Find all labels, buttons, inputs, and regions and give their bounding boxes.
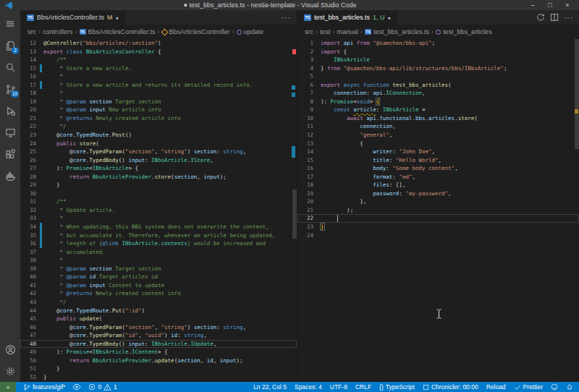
maximize-button[interactable]: □	[541, 1, 559, 9]
line-number[interactable]: 5	[297, 72, 317, 81]
gitlens-toggle[interactable]	[72, 383, 81, 391]
split-editor-icon[interactable]	[550, 13, 559, 22]
breadcrumb-item[interactable]: controllers	[43, 28, 73, 35]
line-number[interactable]: 29	[20, 181, 40, 189]
more-actions-icon[interactable]: ···	[564, 14, 573, 22]
line-number[interactable]: 20	[297, 197, 317, 206]
sidebar-item-source-control[interactable]: 10	[0, 78, 20, 100]
close-button[interactable]: ×	[559, 1, 576, 9]
line-number[interactable]: 42	[20, 289, 40, 298]
line-number[interactable]: 44	[20, 307, 40, 315]
line-number[interactable]: 2	[297, 48, 317, 56]
code-line[interactable]: 24 public store(	[20, 140, 297, 148]
line-number[interactable]: 4	[297, 64, 317, 73]
line-number[interactable]: 34	[20, 223, 40, 231]
line-number[interactable]: 48	[20, 340, 40, 349]
line-number[interactable]: 1	[297, 39, 317, 48]
line-number[interactable]: 28	[20, 173, 40, 182]
code-line[interactable]: 4} from "@samchon/bbs-api/lib/structures…	[297, 64, 579, 73]
editor-left[interactable]: 12@Controller("bbs/articles/:section")13…	[20, 39, 297, 382]
line-number[interactable]: 12	[297, 131, 317, 140]
code-line[interactable]: 15 title: "Hello World",	[297, 156, 579, 165]
editor-right[interactable]: 1import api from "@samchon/bbs-api";2imp…	[297, 39, 579, 382]
menu-button[interactable]	[0, 13, 20, 35]
line-number[interactable]: 12	[20, 39, 40, 48]
code-line[interactable]: 44 @core.TypedRoute.Put(":id")	[20, 307, 297, 315]
code-line[interactable]: 13export class BbsArticlesController {	[20, 48, 297, 56]
eol-sequence[interactable]: CRLF	[355, 383, 371, 391]
code-line[interactable]: 20 * @param input New article info	[20, 106, 297, 114]
code-line[interactable]: 36 * length of {@link IBbsArticle.conten…	[20, 239, 297, 248]
code-line[interactable]: 37 * accumulated.	[20, 248, 297, 257]
breadcrumb-item[interactable]: update	[237, 28, 264, 35]
code-line[interactable]: 23 @core.TypedRoute.Post()	[20, 131, 297, 140]
code-line[interactable]: 5	[297, 72, 579, 81]
line-number[interactable]: 45	[20, 315, 40, 323]
line-number[interactable]: 32	[20, 206, 40, 215]
code-line[interactable]: 51 }	[20, 365, 297, 373]
line-number[interactable]: 27	[20, 164, 40, 173]
accounts-button[interactable]	[0, 338, 20, 360]
code-line[interactable]: 38 *	[20, 256, 297, 265]
line-number[interactable]: 21	[297, 206, 317, 215]
line-number[interactable]: 30	[20, 189, 40, 198]
code-line[interactable]: 52}	[20, 373, 297, 382]
line-number[interactable]: 18	[20, 89, 40, 98]
sidebar-item-extensions[interactable]	[0, 143, 20, 165]
code-line[interactable]: 23}	[297, 223, 579, 231]
code-line[interactable]: 42 * @returns Newly created content info	[20, 289, 297, 298]
code-line[interactable]: 21 * @returns Newly created article info	[20, 114, 297, 123]
line-number[interactable]: 26	[20, 156, 40, 165]
feedback-button[interactable]	[551, 383, 558, 391]
line-number[interactable]: 7	[297, 89, 317, 98]
code-line[interactable]: 34 * When updating, this BBS system does…	[20, 223, 297, 231]
line-number[interactable]: 14	[20, 56, 40, 64]
code-line[interactable]: 48 @core.TypedBody() input: IBbsArticle.…	[20, 340, 297, 349]
remote-indicator[interactable]: ×	[0, 382, 16, 392]
line-number[interactable]: 33	[20, 214, 40, 223]
code-line[interactable]: 3 IBbsArticle	[297, 56, 579, 64]
code-line[interactable]: 22	[297, 214, 579, 223]
code-line[interactable]: 31 /**	[20, 197, 297, 206]
code-line[interactable]: 15 * Store a new article.	[20, 64, 297, 73]
line-number[interactable]: 38	[20, 256, 40, 265]
indentation[interactable]: Spaces: 4	[295, 383, 322, 391]
line-number[interactable]: 19	[297, 189, 317, 198]
dirty-indicator-icon[interactable]: ●	[388, 15, 391, 20]
code-line[interactable]: 9 const article: IBbsArticle =	[297, 106, 579, 114]
line-number[interactable]: 39	[20, 265, 40, 273]
code-line[interactable]: 49 ): Promise<IBbsArticle.IContent> {	[20, 348, 297, 357]
tab-test-bbs-articles[interactable]: TS test_bbs_articles.ts 1, U ●	[297, 10, 398, 25]
code-line[interactable]: 12 "general",	[297, 131, 579, 140]
code-line[interactable]: 41 * @param input Content to update	[20, 281, 297, 290]
code-line[interactable]: 29 }	[20, 181, 297, 189]
code-line[interactable]: 28 return BbsArticleProvider.store(secti…	[20, 173, 297, 182]
line-number[interactable]: 31	[20, 197, 40, 206]
line-number[interactable]: 37	[20, 248, 40, 257]
breadcrumb-item[interactable]: src	[305, 28, 313, 35]
line-number[interactable]: 25	[20, 148, 40, 156]
encoding[interactable]: UTF-8	[330, 383, 347, 391]
problems-item[interactable]: 0 1	[88, 383, 117, 391]
line-number[interactable]: 10	[297, 114, 317, 123]
code-line[interactable]: 27 ): Promise<IBbsArticle> {	[20, 164, 297, 173]
code-line[interactable]: 6export async function test_bbs_articles…	[297, 81, 579, 90]
code-line[interactable]: 19 * @param section Target section	[20, 98, 297, 106]
line-number[interactable]: 15	[20, 64, 40, 73]
cursor-position[interactable]: Ln 22, Col 5	[253, 383, 287, 391]
code-line[interactable]: 47 @core.TypedParam("id", "uuid") id: st…	[20, 331, 297, 340]
code-line[interactable]: 18 *	[20, 89, 297, 98]
code-line[interactable]: 17 * Store a new article and returns its…	[20, 81, 297, 90]
line-number[interactable]: 41	[20, 281, 40, 290]
sidebar-item-remote-explorer[interactable]	[0, 122, 20, 143]
code-line[interactable]: 21 );	[297, 206, 579, 215]
line-number[interactable]: 52	[20, 373, 40, 382]
code-line[interactable]: 13 {	[297, 140, 579, 148]
code-line[interactable]: 46 @core.TypedParam("section", "string")…	[20, 323, 297, 332]
line-number[interactable]: 22	[20, 122, 40, 131]
sidebar-item-docker[interactable]	[0, 165, 20, 187]
code-line[interactable]: 1import api from "@samchon/bbs-api";	[297, 39, 579, 48]
line-number[interactable]: 16	[20, 72, 40, 81]
code-line[interactable]: 7 connection: api.IConnection,	[297, 89, 579, 98]
code-line[interactable]: 8): Promise<void> {	[297, 98, 579, 106]
